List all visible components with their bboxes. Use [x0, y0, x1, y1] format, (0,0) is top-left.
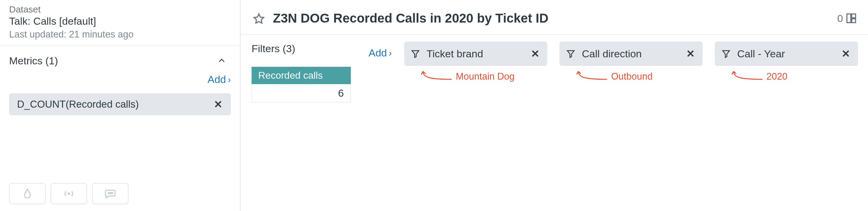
filter-annotation: 2020 [731, 71, 787, 82]
svg-marker-9 [567, 51, 574, 58]
filter-chips-row: Add › Ticket brand ✕ Mou [356, 35, 868, 102]
left-panel: Dataset Talk: Calls [default] Last updat… [0, 0, 241, 211]
filters-column: Filters (3) Recorded calls 6 [241, 35, 356, 102]
broadcast-icon [63, 188, 74, 200]
filter-chip-wrap: Call direction ✕ Outbound [559, 42, 703, 66]
layout-control[interactable]: 0 [837, 12, 857, 24]
filter-chip-remove-button[interactable]: ✕ [531, 48, 539, 60]
layout-count: 0 [837, 12, 843, 24]
filter-chip-ticket-brand[interactable]: Ticket brand ✕ [404, 42, 547, 66]
metric-pill[interactable]: D_COUNT(Recorded calls) ✕ [9, 93, 231, 115]
filter-chip-wrap: Call - Year ✕ 2020 [715, 42, 858, 66]
result-column-header: Recorded calls [252, 67, 351, 84]
metrics-add-row: Add › [0, 68, 240, 85]
filter-annotation: Mountain Dog [421, 71, 515, 82]
filter-chip-label: Call - Year [737, 48, 785, 60]
svg-point-2 [110, 193, 111, 194]
chevron-right-icon: › [228, 74, 231, 85]
metrics-add-button[interactable]: Add › [208, 74, 231, 85]
funnel-icon [721, 49, 731, 58]
favorite-button[interactable] [252, 11, 266, 26]
arrow-icon [731, 71, 765, 82]
title-row: Z3N DOG Recorded Calls in 2020 by Ticket… [241, 0, 868, 35]
color-tool-button[interactable] [9, 183, 46, 204]
filters-heading: Filters (3) [252, 43, 296, 55]
page-title: Z3N DOG Recorded Calls in 2020 by Ticket… [273, 11, 837, 26]
filter-chip-wrap: Ticket brand ✕ Mountain Dog [404, 42, 547, 66]
dataset-block: Dataset Talk: Calls [default] Last updat… [0, 0, 240, 46]
svg-rect-6 [852, 14, 856, 18]
svg-rect-7 [852, 19, 856, 23]
funnel-icon [411, 49, 420, 58]
filter-chip-remove-button[interactable]: ✕ [841, 48, 850, 60]
filter-chip-call-year[interactable]: Call - Year ✕ [715, 42, 858, 66]
svg-rect-5 [847, 14, 851, 23]
svg-point-3 [112, 193, 113, 194]
filter-chip-label: Call direction [582, 48, 642, 60]
bottom-toolbar [9, 183, 128, 204]
filter-annotation-text: 2020 [767, 71, 787, 82]
star-icon [253, 12, 265, 24]
metrics-heading: Metrics (1) [9, 55, 58, 67]
arrow-icon [421, 71, 454, 82]
svg-marker-4 [254, 14, 264, 23]
result-table: Recorded calls 6 [252, 67, 351, 102]
filter-chip-label: Ticket brand [427, 48, 483, 60]
svg-marker-10 [722, 51, 730, 58]
right-panel: Z3N DOG Recorded Calls in 2020 by Ticket… [241, 0, 868, 211]
metrics-collapse-button[interactable] [217, 54, 231, 68]
result-value-cell: 6 [252, 84, 351, 102]
filters-header: Filters (3) [252, 43, 356, 55]
metrics-add-label: Add [208, 74, 226, 85]
comment-tool-button[interactable] [92, 183, 128, 204]
drop-icon [22, 188, 33, 200]
chevron-up-icon [217, 56, 226, 65]
chevron-right-icon: › [389, 48, 392, 58]
filter-annotation-text: Outbound [611, 71, 653, 82]
filter-annotation-text: Mountain Dog [456, 71, 515, 82]
filters-add-label: Add [369, 47, 387, 59]
metrics-section-header: Metrics (1) [0, 46, 240, 68]
funnel-icon [566, 49, 575, 58]
dataset-name: Talk: Calls [default] [9, 15, 231, 27]
dataset-label: Dataset [9, 4, 231, 15]
live-tool-button[interactable] [51, 183, 87, 204]
filters-add-button[interactable]: Add › [369, 42, 392, 59]
metric-pill-label: D_COUNT(Recorded calls) [17, 99, 139, 110]
metric-pill-remove-button[interactable]: ✕ [214, 98, 222, 110]
filter-annotation: Outbound [576, 71, 653, 82]
svg-point-1 [108, 193, 109, 194]
svg-point-0 [68, 192, 70, 195]
svg-marker-8 [412, 51, 419, 58]
grid-icon [845, 12, 857, 24]
filter-chip-call-direction[interactable]: Call direction ✕ [559, 42, 703, 66]
filter-chip-remove-button[interactable]: ✕ [686, 48, 695, 60]
arrow-icon [576, 71, 610, 82]
body-row: Filters (3) Recorded calls 6 Add › T [241, 35, 868, 102]
dataset-updated: Last updated: 21 minutes ago [9, 29, 231, 40]
app-root: Dataset Talk: Calls [default] Last updat… [0, 0, 868, 211]
chat-icon [104, 188, 116, 200]
